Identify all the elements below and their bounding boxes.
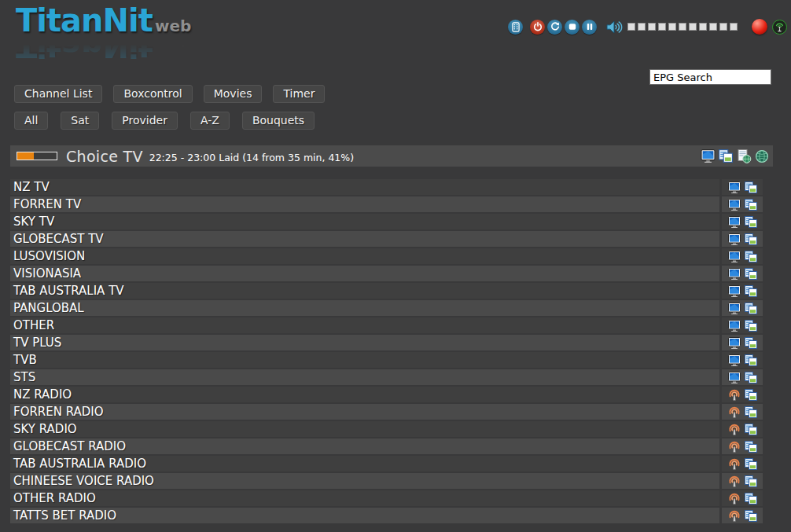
volume-segment[interactable] xyxy=(689,23,697,31)
tab-channel-list[interactable]: Channel List xyxy=(14,85,102,103)
channel-row: OTHER xyxy=(10,317,763,333)
monitor-icon[interactable] xyxy=(728,284,741,297)
epg-list-icon[interactable] xyxy=(745,492,757,504)
epg-list-icon[interactable] xyxy=(745,388,757,401)
monitor-icon[interactable] xyxy=(728,319,741,332)
channel-actions xyxy=(722,283,763,299)
remote-control-button[interactable] xyxy=(508,20,523,35)
radio-antenna-icon[interactable] xyxy=(728,440,741,453)
stop-button[interactable] xyxy=(565,20,579,35)
channel-name[interactable]: FORREN RADIO xyxy=(10,404,719,420)
epg-list-icon[interactable] xyxy=(745,371,757,383)
volume-segment[interactable] xyxy=(679,23,686,31)
radio-antenna-icon[interactable] xyxy=(728,388,741,401)
channel-row: PANGLOBAL xyxy=(10,300,763,316)
epg-list-icon[interactable] xyxy=(718,149,734,164)
epg-list-icon[interactable] xyxy=(745,302,757,314)
tab-boxcontrol[interactable]: Boxcontrol xyxy=(113,85,192,103)
epg-list-icon[interactable] xyxy=(745,198,757,211)
channel-name[interactable]: TATTS BET RADIO xyxy=(10,508,719,523)
channel-name[interactable]: TVB xyxy=(10,352,719,368)
epg-list-icon[interactable] xyxy=(745,509,757,522)
volume-segment[interactable] xyxy=(668,23,676,31)
volume-segment[interactable] xyxy=(699,23,707,31)
filter-a-z[interactable]: A-Z xyxy=(190,112,230,130)
top-control-bar xyxy=(508,19,787,35)
volume-segment[interactable] xyxy=(719,23,727,31)
volume-segment[interactable] xyxy=(638,23,646,31)
monitor-icon[interactable] xyxy=(728,267,741,280)
monitor-icon[interactable] xyxy=(728,181,741,193)
channel-name[interactable]: NZ RADIO xyxy=(10,387,719,402)
channel-name[interactable]: FORREN TV xyxy=(10,196,719,212)
epg-list-icon[interactable] xyxy=(745,215,757,228)
channel-name[interactable]: STS xyxy=(10,369,719,385)
channel-name[interactable]: CHINEESE VOICE RADIO xyxy=(10,473,719,489)
monitor-icon[interactable] xyxy=(728,233,741,245)
channel-name[interactable]: GLOBECAST RADIO xyxy=(10,438,719,454)
channel-name[interactable]: PANGLOBAL xyxy=(10,300,719,316)
volume-segment[interactable] xyxy=(658,23,666,31)
tab-movies[interactable]: Movies xyxy=(204,85,263,103)
epg-search-input[interactable] xyxy=(649,69,771,85)
monitor-icon[interactable] xyxy=(728,371,741,383)
filter-sat[interactable]: Sat xyxy=(61,112,99,130)
volume-segment[interactable] xyxy=(709,23,717,31)
channel-name[interactable]: SKY RADIO xyxy=(10,421,719,437)
channel-name[interactable]: NZ TV xyxy=(10,179,719,195)
monitor-icon[interactable] xyxy=(728,250,741,262)
epg-list-icon[interactable] xyxy=(745,284,757,297)
power-button[interactable] xyxy=(530,20,545,35)
filter-provider[interactable]: Provider xyxy=(112,112,178,130)
channel-name[interactable]: SKY TV xyxy=(10,214,719,229)
epg-list-icon[interactable] xyxy=(745,354,757,366)
epg-list-icon[interactable] xyxy=(745,457,757,470)
monitor-icon[interactable] xyxy=(728,198,741,211)
channel-actions xyxy=(722,456,763,471)
filter-bouquets[interactable]: Bouquets xyxy=(242,112,315,130)
volume-segment[interactable] xyxy=(648,23,656,31)
volume-segment[interactable] xyxy=(627,23,635,31)
pause-button[interactable] xyxy=(582,20,597,35)
channel-actions xyxy=(722,266,763,281)
channel-name[interactable]: TAB AUSTRALIA RADIO xyxy=(10,456,719,471)
filter-nav: All Sat Provider A-Z Bouquets xyxy=(14,112,315,130)
monitor-icon[interactable] xyxy=(728,215,741,228)
mute-button[interactable] xyxy=(606,20,624,35)
epg-list-icon[interactable] xyxy=(745,440,757,453)
channel-name[interactable]: VISIONASIA xyxy=(10,266,719,281)
radio-antenna-icon[interactable] xyxy=(728,405,741,418)
channel-name[interactable]: TAB AUSTRALIA TV xyxy=(10,283,719,299)
radio-antenna-icon[interactable] xyxy=(728,423,741,435)
globe-icon[interactable] xyxy=(754,149,770,164)
radio-antenna-icon[interactable] xyxy=(728,492,741,504)
filter-all[interactable]: All xyxy=(14,112,48,130)
radio-antenna-icon[interactable] xyxy=(728,457,741,470)
tab-timer[interactable]: Timer xyxy=(273,85,325,103)
monitor-icon[interactable] xyxy=(728,354,741,366)
epg-list-icon[interactable] xyxy=(745,319,757,332)
epg-list-icon[interactable] xyxy=(745,405,757,418)
monitor-icon[interactable] xyxy=(728,336,741,349)
channel-actions xyxy=(722,300,763,316)
epg-list-icon[interactable] xyxy=(745,233,757,245)
epg-list-icon[interactable] xyxy=(745,181,757,193)
stream-button[interactable] xyxy=(772,20,787,35)
channel-name[interactable]: LUSOVISION xyxy=(10,248,719,264)
monitor-icon[interactable] xyxy=(728,302,741,314)
epg-list-icon[interactable] xyxy=(745,475,757,487)
channel-name[interactable]: GLOBECAST TV xyxy=(10,231,719,247)
volume-segment[interactable] xyxy=(730,23,738,31)
radio-antenna-icon[interactable] xyxy=(728,475,741,487)
reload-button[interactable] xyxy=(547,20,562,35)
radio-antenna-icon[interactable] xyxy=(728,509,741,522)
channel-name[interactable]: TV PLUS xyxy=(10,335,719,350)
monitor-icon[interactable] xyxy=(700,149,716,164)
epg-list-icon[interactable] xyxy=(745,267,757,280)
epg-list-icon[interactable] xyxy=(745,336,757,349)
channel-name[interactable]: OTHER RADIO xyxy=(10,490,719,506)
epg-list-icon[interactable] xyxy=(745,423,757,435)
epg-list-icon[interactable] xyxy=(745,250,757,262)
channel-name[interactable]: OTHER xyxy=(10,317,719,333)
page-globe-icon[interactable] xyxy=(736,149,752,164)
